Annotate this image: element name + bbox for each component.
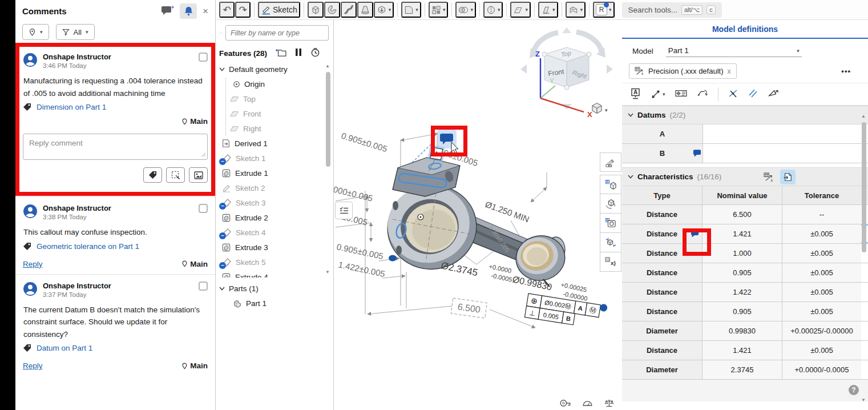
reply-input[interactable] (23, 134, 208, 160)
precision-chip[interactable]: ± Precision (.xxx default) x (629, 63, 737, 79)
loft-button[interactable] (357, 2, 373, 18)
geometric-tolerance-tool-button[interactable] (675, 89, 687, 100)
boxed-dimension[interactable]: 6.500 (451, 298, 487, 318)
protractor-icon[interactable] (582, 399, 593, 408)
tree-item-origin[interactable]: Origin (216, 77, 333, 91)
redo-button[interactable]: ↷ (235, 2, 251, 18)
rotate-view-button[interactable] (600, 194, 621, 214)
pin-filter-button[interactable]: ▾ (22, 24, 49, 40)
tree-item-default-geometry[interactable]: Default geometry (216, 62, 333, 77)
rollback-clock-icon[interactable] (310, 47, 320, 59)
draft-button[interactable]: ▾ (538, 2, 558, 18)
model-definitions-button[interactable] (600, 233, 621, 252)
insert-folder-icon[interactable] (275, 48, 286, 59)
help-icon[interactable]: ? (849, 385, 859, 395)
view-grid-button[interactable] (600, 175, 621, 194)
dimension-label[interactable]: 0.905±0.005 (336, 242, 384, 261)
export-button[interactable] (780, 170, 796, 184)
revolve-button[interactable] (324, 2, 340, 18)
close-icon[interactable]: × (203, 6, 208, 16)
new-comment-icon[interactable]: + (162, 5, 174, 17)
characteristic-row[interactable]: Distance 1.421 ±0.005 (622, 341, 868, 360)
characteristic-row[interactable]: Diameter 2.3745 +0.0000/-0.0005 (622, 360, 868, 380)
custom-feature-button[interactable]: R ▾ (593, 2, 615, 18)
feature-tree-scrollbar[interactable]: ▲ ▼ (325, 63, 332, 275)
extrude-button[interactable] (308, 2, 324, 18)
comment-bubble-icon[interactable] (691, 230, 699, 239)
characteristic-row[interactable]: Distance 1.422 ±0.005 (622, 283, 868, 302)
tree-item-derived[interactable]: Derived 1 (216, 136, 333, 151)
model-select[interactable]: Part 1 ▾ (666, 45, 802, 57)
tree-item-extrude-1[interactable]: Extrude 1 (216, 166, 333, 180)
comment-bubble-icon[interactable] (693, 149, 701, 159)
pmi-list-button[interactable] (335, 202, 353, 219)
resolve-checkbox[interactable] (199, 204, 208, 213)
characteristic-row[interactable]: Distance 0.905 ±0.005 (622, 302, 868, 321)
dimension-label[interactable]: 0.905±0.005 (340, 131, 389, 154)
characteristic-row-selected[interactable]: Distance 1.421 ±0.005 (622, 224, 868, 244)
undo-button[interactable]: ↶ (219, 2, 235, 18)
fillet-button[interactable]: ▾ (401, 2, 421, 18)
datum-row[interactable]: A (622, 124, 868, 144)
tree-item-sketch-5[interactable]: – Sketch 5 (216, 255, 333, 270)
comment-tag-link[interactable]: Datum on Part 1 (37, 344, 92, 352)
sweep-button[interactable] (341, 2, 357, 18)
view-cube-menu[interactable]: ▾ (592, 103, 608, 114)
feature-filter-input[interactable] (225, 25, 329, 41)
view-cube[interactable]: Top Front Right Z Y X ▾ (520, 27, 613, 119)
tree-item-sketch-1[interactable]: – Sketch 1 (216, 151, 333, 166)
surface-profile-tool-button[interactable] (768, 89, 779, 100)
resize-grip-icon[interactable] (201, 150, 206, 159)
insert-image-button[interactable] (189, 167, 208, 183)
dimension-label[interactable]: 1.422±0.005 (337, 259, 386, 279)
tree-item-sketch-4[interactable]: – Sketch 4 (216, 225, 333, 240)
tree-item-part-1[interactable]: Part 1 (216, 296, 333, 311)
notifications-bell-button[interactable] (180, 3, 197, 19)
intersection-tool-button[interactable] (728, 89, 738, 101)
parts-header[interactable]: Parts (1) (216, 281, 333, 296)
resolve-checkbox[interactable] (199, 282, 208, 291)
tree-item-top-plane[interactable]: Top (216, 91, 333, 106)
add-tag-button[interactable] (143, 167, 162, 183)
pattern-button[interactable]: ▾ (429, 2, 449, 18)
appearance-button[interactable] (600, 152, 621, 172)
characteristic-row[interactable]: Distance 0.905 ±0.005 (622, 263, 868, 283)
split-button[interactable]: ▾ (483, 2, 503, 18)
thicken-button[interactable]: ▾ (374, 2, 394, 18)
tree-item-extrude-4[interactable]: Extrude 4 (216, 270, 333, 278)
reply-link[interactable]: Reply (23, 260, 43, 268)
comment-tag-link[interactable]: Dimension on Part 1 (37, 103, 106, 111)
dimension-tool-button[interactable]: ▾ (651, 89, 665, 99)
snapshot-button[interactable] (600, 214, 621, 233)
tree-item-sketch-3[interactable]: – Sketch 3 (216, 195, 333, 210)
callout-visibility-button[interactable]: x) (600, 252, 621, 272)
sheet-metal-button[interactable]: ▾ (566, 2, 586, 18)
overflow-menu-icon[interactable]: ••• (841, 67, 851, 75)
dimension-label[interactable]: Ø1.250 MIN (484, 199, 531, 224)
parallel-tool-button[interactable] (748, 89, 758, 100)
markup-region-button[interactable] (166, 167, 185, 183)
comment-marker-dot[interactable] (389, 255, 397, 262)
note-leader-tool-button[interactable] (697, 89, 708, 100)
mass-properties-icon[interactable] (604, 399, 614, 409)
reply-link[interactable]: Reply (23, 361, 43, 370)
boolean-button[interactable]: ▾ (455, 2, 476, 18)
feature-control-frame[interactable]: ⊕ Ø0.002Ⓜ A Ⓜ ⊥ 0.005 B (524, 292, 608, 330)
plane-button[interactable]: ▾ (510, 2, 531, 18)
datum-row[interactable]: B (622, 144, 868, 163)
tree-item-front-plane[interactable]: Front (216, 106, 333, 121)
sketch-button[interactable]: Sketch (258, 2, 300, 18)
chip-remove-icon[interactable]: x (728, 67, 731, 75)
characteristic-row[interactable]: Diameter 0.99830 +0.00025/-0.00000 (622, 321, 868, 341)
resolve-checkbox[interactable] (199, 53, 208, 62)
datums-section-header[interactable]: Datums (2/2) (622, 106, 868, 124)
dimension-label[interactable]: Ø2.3745 (440, 260, 479, 278)
search-tools[interactable]: Search tools... alt/⌥ c (622, 2, 722, 18)
tree-item-right-plane[interactable]: Right (216, 121, 333, 136)
pause-icon[interactable] (295, 48, 302, 58)
comment-tag-link[interactable]: Geometric tolerance on Part 1 (37, 242, 139, 251)
tree-item-sketch-2[interactable]: Sketch 2 (216, 180, 333, 195)
precision-settings-button[interactable]: ± (761, 170, 776, 184)
characteristic-row[interactable]: Distance 6.500 -- (622, 205, 868, 224)
tree-item-extrude-2[interactable]: Extrude 2 (216, 210, 333, 225)
